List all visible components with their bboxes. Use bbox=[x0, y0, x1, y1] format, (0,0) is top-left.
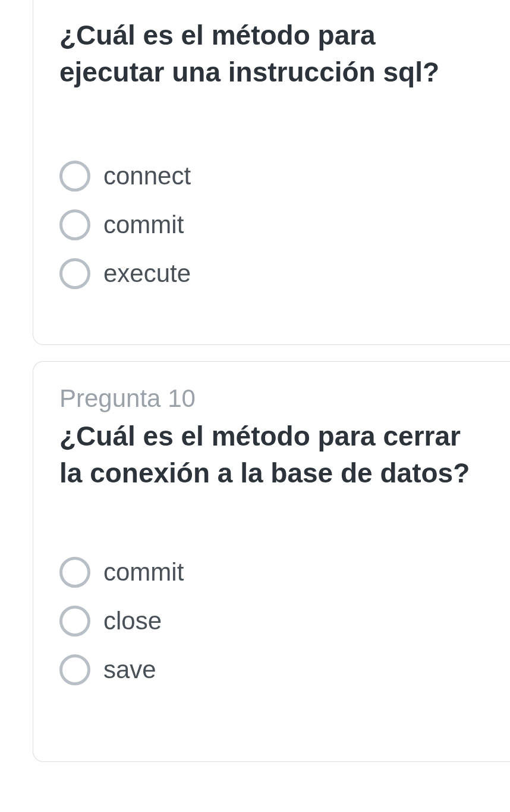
radio-icon bbox=[59, 654, 90, 685]
question-card-9: ¿Cuál es el método para ejecutar una ins… bbox=[33, 0, 510, 345]
question-number: Pregunta 10 bbox=[59, 384, 486, 413]
option-label: execute bbox=[103, 259, 191, 288]
radio-icon bbox=[59, 209, 90, 240]
radio-icon bbox=[59, 557, 90, 588]
option-save[interactable]: save bbox=[59, 654, 486, 685]
options-group: connect commit execute bbox=[59, 161, 486, 289]
options-group: commit close save bbox=[59, 557, 486, 685]
option-execute[interactable]: execute bbox=[59, 258, 486, 289]
radio-icon bbox=[59, 258, 90, 289]
question-text: ¿Cuál es el método para cerrar la conexi… bbox=[59, 418, 486, 491]
question-card-10: Pregunta 10 ¿Cuál es el método para cerr… bbox=[33, 361, 510, 762]
option-label: commit bbox=[103, 558, 184, 587]
option-label: close bbox=[103, 607, 162, 635]
option-label: connect bbox=[103, 162, 191, 190]
question-text: ¿Cuál es el método para ejecutar una ins… bbox=[59, 17, 486, 90]
radio-icon bbox=[59, 161, 90, 192]
left-margin bbox=[0, 0, 5, 812]
radio-icon bbox=[59, 606, 90, 637]
option-close[interactable]: close bbox=[59, 606, 486, 637]
option-label: commit bbox=[103, 211, 184, 239]
option-commit[interactable]: commit bbox=[59, 209, 486, 240]
option-connect[interactable]: connect bbox=[59, 161, 486, 192]
option-label: save bbox=[103, 656, 156, 684]
option-commit[interactable]: commit bbox=[59, 557, 486, 588]
